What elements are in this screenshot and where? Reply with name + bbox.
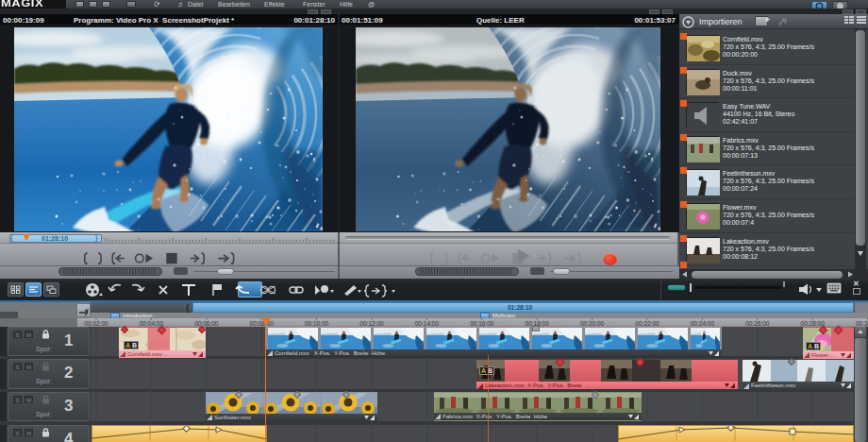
svg-text:00:02:00: 00:02:00 <box>84 320 108 327</box>
svg-text:00:28:00: 00:28:00 <box>801 320 826 327</box>
svg-text:00:20:00: 00:20:00 <box>580 320 605 327</box>
svg-text:00:30:00: 00:30:00 <box>856 320 868 327</box>
svg-text:00:06:00: 00:06:00 <box>194 320 219 327</box>
svg-text:00:10:00: 00:10:00 <box>305 320 329 327</box>
svg-text:00:26:00: 00:26:00 <box>745 320 770 327</box>
svg-text:00:14:00: 00:14:00 <box>415 320 440 327</box>
svg-text:00:24:00: 00:24:00 <box>691 320 715 327</box>
svg-text:00:22:00: 00:22:00 <box>635 320 659 327</box>
svg-text:00:12:00: 00:12:00 <box>359 320 384 327</box>
svg-text:00:16:00: 00:16:00 <box>470 320 494 327</box>
svg-text:00:04:00: 00:04:00 <box>140 320 164 327</box>
